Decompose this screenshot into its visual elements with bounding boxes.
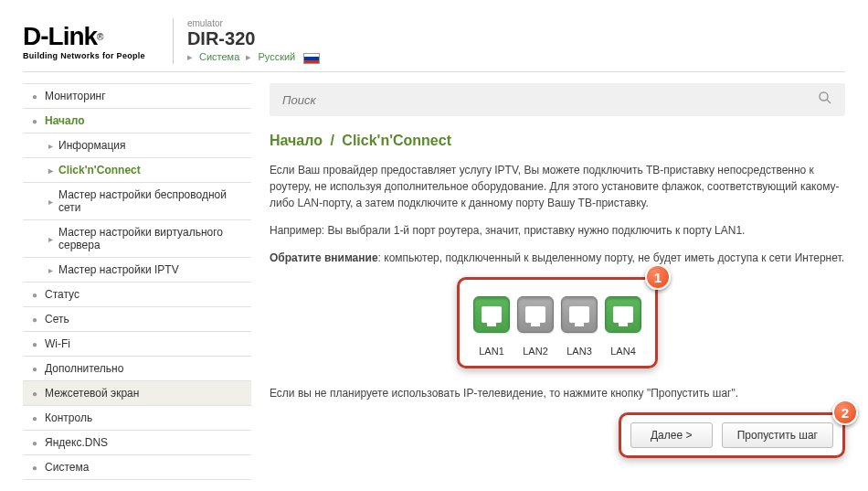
sidebar-item-monitoring[interactable]: ●Мониторинг <box>23 83 251 108</box>
logo-tagline: Building Networks for People <box>23 51 145 60</box>
sidebar-sub-virtualserver[interactable]: ▸Мастер настройки виртуального сервера <box>23 219 251 257</box>
port-label: LAN3 <box>561 346 598 357</box>
chevron-right-icon: ▸ <box>246 51 251 62</box>
intro-text-1: Если Ваш провайдер предоставляет услугу … <box>270 162 845 211</box>
sidebar-item-system[interactable]: ●Система <box>23 454 251 480</box>
logo-text: D-Link <box>23 22 97 50</box>
ports-annotation: 1 LAN1 LAN2 LAN3 LAN4 <box>457 277 658 368</box>
bullet-icon: ● <box>32 315 37 325</box>
logo-reg: ® <box>97 32 103 42</box>
sidebar: ●Мониторинг ●Начало ▸Информация ▸Click'n… <box>23 83 251 480</box>
flag-ru-icon <box>303 53 320 64</box>
sidebar-item-network[interactable]: ●Сеть <box>23 306 251 331</box>
port-label: LAN4 <box>605 346 641 357</box>
ports-panel: LAN1 LAN2 LAN3 LAN4 <box>457 277 658 368</box>
skip-text: Если вы не планируете использовать IP-те… <box>270 385 845 401</box>
sidebar-item-label: Click'n'Connect <box>58 164 141 176</box>
bullet-icon: ● <box>32 116 37 126</box>
sidebar-item-label: Контроль <box>45 411 92 424</box>
emulator-label: emulator <box>187 18 323 28</box>
bullet-icon: ● <box>32 413 37 423</box>
bullet-icon: ● <box>32 463 37 473</box>
sidebar-item-label: Информация <box>58 139 125 152</box>
ethernet-icon <box>525 306 545 323</box>
ethernet-icon <box>482 306 502 323</box>
sidebar-sub-iptv[interactable]: ▸Мастер настройки IPTV <box>23 257 251 282</box>
attention-text: : компьютер, подключенный к выделенному … <box>378 251 844 264</box>
sidebar-item-label: Мониторинг <box>45 90 106 102</box>
port-lan3[interactable] <box>561 296 598 333</box>
sidebar-item-label: Начало <box>45 114 84 127</box>
sidebar-sub-info[interactable]: ▸Информация <box>23 133 251 157</box>
search-bar <box>270 83 845 116</box>
chevron-right-icon: ▸ <box>48 141 53 151</box>
bullet-icon: ● <box>32 91 37 101</box>
intro-text-2: Например: Вы выбрали 1-й порт роутера, з… <box>270 222 845 239</box>
chevron-right-icon: ▸ <box>48 234 53 244</box>
intro-text-3: Обратите внимание: компьютер, подключенн… <box>270 250 845 266</box>
bc-system[interactable]: Система <box>199 51 239 62</box>
device-block: emulator DIR-320 ▸ Система ▸ Русский <box>187 18 323 63</box>
sidebar-item-label: Яндекс.DNS <box>45 436 108 449</box>
sidebar-item-label: Система <box>45 461 89 474</box>
ethernet-icon <box>613 306 633 323</box>
search-input[interactable] <box>282 93 818 107</box>
chevron-right-icon: ▸ <box>48 165 53 176</box>
chevron-right-icon: ▸ <box>48 265 53 275</box>
chevron-right-icon: ▸ <box>48 197 53 207</box>
sidebar-item-status[interactable]: ●Статус <box>23 282 251 306</box>
bullet-icon: ● <box>32 389 37 399</box>
sidebar-item-label: Дополнительно <box>45 362 123 375</box>
breadcrumb-sep: / <box>330 133 333 148</box>
bc-lang[interactable]: Русский <box>258 51 295 62</box>
annotation-badge-1: 1 <box>645 264 671 290</box>
sidebar-item-wifi[interactable]: ●Wi-Fi <box>23 331 251 356</box>
sidebar-item-label: Мастер настройки беспроводной сети <box>58 188 242 214</box>
buttons-panel: Далее > Пропустить шаг <box>619 412 845 458</box>
sidebar-item-start[interactable]: ●Начало <box>23 108 251 133</box>
sidebar-sub-clicknconnect[interactable]: ▸Click'n'Connect <box>23 157 251 182</box>
sidebar-item-label: Межсетевой экран <box>45 387 139 400</box>
svg-point-0 <box>820 92 828 101</box>
sidebar-item-control[interactable]: ●Контроль <box>23 405 251 430</box>
buttons-annotation: 2 Далее > Пропустить шаг <box>270 412 845 458</box>
sidebar-item-firewall[interactable]: ●Межсетевой экран <box>23 380 251 405</box>
next-button[interactable]: Далее > <box>630 422 713 448</box>
sidebar-sub-wireless[interactable]: ▸Мастер настройки беспроводной сети <box>23 182 251 219</box>
search-icon[interactable] <box>818 91 832 109</box>
sidebar-item-label: Wi-Fi <box>45 337 70 350</box>
skip-button[interactable]: Пропустить шаг <box>722 422 833 448</box>
bullet-icon: ● <box>32 339 37 349</box>
chevron-right-icon: ▸ <box>187 51 193 62</box>
sidebar-item-label: Мастер настройки виртуального сервера <box>58 226 242 251</box>
bullet-icon: ● <box>32 364 37 374</box>
page-breadcrumb: Начало / Click'n'Connect <box>270 133 845 149</box>
bc-root[interactable]: Начало <box>270 133 323 148</box>
port-lan2[interactable] <box>517 296 554 333</box>
sidebar-item-yandexdns[interactable]: ●Яндекс.DNS <box>23 430 251 454</box>
sidebar-item-label: Статус <box>45 288 79 301</box>
port-label: LAN1 <box>473 346 510 357</box>
port-label: LAN2 <box>517 346 554 357</box>
attention-label: Обратите внимание <box>270 251 378 264</box>
bullet-icon: ● <box>32 290 37 300</box>
sidebar-item-advanced[interactable]: ●Дополнительно <box>23 356 251 380</box>
sidebar-item-label: Мастер настройки IPTV <box>58 263 179 276</box>
main-content: Начало / Click'n'Connect Если Ваш провай… <box>270 83 845 480</box>
port-lan4[interactable] <box>605 296 641 333</box>
annotation-badge-2: 2 <box>832 400 858 425</box>
header-divider <box>173 18 174 64</box>
svg-line-1 <box>827 100 831 103</box>
sidebar-item-label: Сеть <box>45 313 69 326</box>
header-breadcrumb: ▸ Система ▸ Русский <box>187 51 323 63</box>
logo: D-Link® Building Networks for People <box>23 22 145 60</box>
device-name: DIR-320 <box>187 28 323 49</box>
port-lan1[interactable] <box>473 296 510 333</box>
header: D-Link® Building Networks for People emu… <box>23 18 845 72</box>
bc-current: Click'n'Connect <box>342 133 451 148</box>
bullet-icon: ● <box>32 438 37 448</box>
ethernet-icon <box>569 306 589 323</box>
